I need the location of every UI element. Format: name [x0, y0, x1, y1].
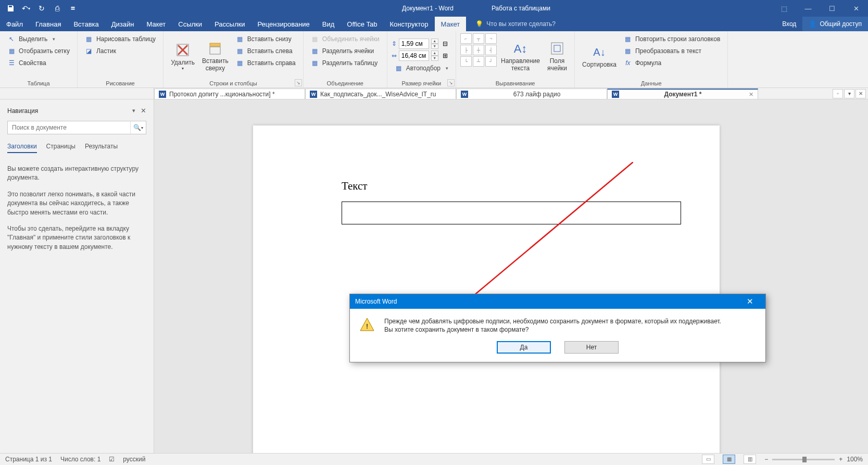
status-words[interactable]: Число слов: 1	[60, 456, 100, 463]
repeat-header-button[interactable]: ▦Повторить строки заголовков	[621, 33, 723, 45]
menu-table-design[interactable]: Конструктор	[383, 17, 434, 31]
draw-table-button[interactable]: ▦Нарисовать таблицу	[82, 33, 159, 45]
split-table-button[interactable]: ▦Разделить таблицу	[308, 57, 383, 69]
window-title: Документ1 - Word	[83, 5, 772, 12]
menu-view[interactable]: Вид	[316, 17, 341, 31]
qat-more-icon[interactable]: 〓	[66, 1, 80, 16]
menu-table-layout[interactable]: Макет	[435, 17, 467, 31]
share-button[interactable]: 👤Общий доступ	[802, 17, 868, 31]
eraser-button[interactable]: ◪Ластик	[82, 45, 159, 57]
redo-icon[interactable]: ↻	[34, 1, 49, 16]
table-cell[interactable]	[342, 202, 681, 224]
text-direction-button[interactable]: A↕Направление текста	[498, 33, 543, 79]
menu-officetab[interactable]: Office Tab	[341, 17, 383, 31]
document-text[interactable]: Текст	[342, 180, 368, 193]
save-icon[interactable]	[3, 1, 18, 16]
print-layout-icon[interactable]: ▦	[723, 455, 735, 464]
new-tab-icon[interactable]: ▫	[833, 89, 843, 98]
menu-home[interactable]: Главная	[29, 17, 67, 31]
ribbon-options-icon[interactable]: ⬚	[772, 0, 796, 17]
insert-below-button[interactable]: ▦Вставить снизу	[233, 33, 299, 45]
insert-above-button[interactable]: Вставить сверху	[199, 33, 232, 79]
no-button[interactable]: Нет	[564, 341, 619, 354]
doc-tab[interactable]: W673 лайф радио	[456, 89, 607, 99]
properties-button[interactable]: ☰Свойства	[4, 57, 73, 69]
select-button[interactable]: ↖Выделить	[4, 33, 73, 45]
convert-text-button[interactable]: ▦Преобразовать в текст	[621, 45, 723, 57]
web-layout-icon[interactable]: ▥	[744, 455, 756, 464]
align-bl[interactable]: └	[460, 56, 472, 67]
doc-tab[interactable]: WДокумент1 *✕	[607, 89, 758, 99]
tab-close-all-icon[interactable]: ✕	[856, 89, 866, 98]
dialog-titlebar[interactable]: Microsoft Word ✕	[350, 294, 765, 309]
minimize-icon[interactable]: —	[796, 0, 820, 17]
align-tr[interactable]: ¬	[485, 33, 497, 44]
nav-tab-results[interactable]: Результаты	[85, 143, 118, 153]
document-area[interactable]: Текст Microsoft Word ✕ ! Прежде чем доба…	[154, 99, 868, 453]
undo-icon[interactable]: ↶▾	[19, 1, 33, 16]
status-page[interactable]: Страница 1 из 1	[5, 456, 52, 463]
tell-me[interactable]: 💡Что вы хотите сделать?	[469, 17, 562, 31]
view-gridlines-button[interactable]: ▦Отобразить сетку	[4, 45, 73, 57]
zoom-value[interactable]: 100%	[847, 456, 863, 463]
search-input[interactable]	[8, 121, 130, 134]
cell-margins-button[interactable]: Поля ячейки	[544, 33, 570, 79]
close-icon[interactable]: ✕	[844, 0, 868, 17]
nav-menu-icon[interactable]: ▾	[132, 107, 135, 114]
zoom-slider[interactable]	[772, 459, 835, 460]
align-tc[interactable]: ┬	[473, 33, 484, 44]
dialog-launcher-icon[interactable]: ↘	[447, 79, 455, 86]
touch-mode-icon[interactable]: ⎙	[50, 1, 65, 16]
tab-close-icon[interactable]: ✕	[749, 91, 753, 98]
status-language[interactable]: русский	[123, 456, 145, 463]
insert-left-button[interactable]: ▦Вставить слева	[233, 45, 299, 57]
read-mode-icon[interactable]: ▭	[702, 455, 714, 464]
menu-file[interactable]: Файл	[0, 17, 29, 31]
svg-rect-5	[551, 43, 563, 54]
menu-references[interactable]: Ссылки	[172, 17, 208, 31]
merge-cells-button: ▦Объединить ячейки	[308, 33, 383, 45]
menu-design[interactable]: Дизайн	[105, 17, 141, 31]
split-cells-button[interactable]: ▦Разделить ячейки	[308, 45, 383, 57]
col-width-input[interactable]	[399, 51, 429, 61]
insert-right-button[interactable]: ▦Вставить справа	[233, 57, 299, 69]
doc-tab[interactable]: WПротокол допиту ...кциональности] *	[154, 89, 305, 99]
sort-button[interactable]: A↓Сортировка	[579, 33, 620, 79]
align-mc[interactable]: ┼	[473, 45, 484, 55]
sort-icon: A↓	[591, 44, 608, 60]
autofit-button[interactable]: ▦Автоподбор	[392, 62, 451, 74]
convert-label: Преобразовать в текст	[635, 47, 701, 55]
formula-button[interactable]: fxФормула	[621, 57, 723, 69]
nav-tab-pages[interactable]: Страницы	[46, 143, 76, 153]
distribute-cols-icon[interactable]: ⊞	[443, 52, 448, 59]
dialog-close-icon[interactable]: ✕	[739, 297, 760, 306]
proofing-icon[interactable]: ☑	[109, 456, 115, 463]
row-height-input[interactable]	[399, 39, 429, 49]
menu-layout[interactable]: Макет	[140, 17, 172, 31]
dialog-launcher-icon[interactable]: ↘	[295, 79, 302, 86]
menu-review[interactable]: Рецензирование	[251, 17, 316, 31]
delete-button[interactable]: Удалить▾	[168, 33, 198, 79]
maximize-icon[interactable]: ☐	[820, 0, 844, 17]
yes-button[interactable]: Да	[497, 341, 551, 354]
spinner[interactable]: ▲▼	[431, 39, 438, 49]
sign-in[interactable]: Вход	[776, 17, 802, 31]
align-ml[interactable]: ├	[460, 45, 472, 55]
zoom-out-icon[interactable]: −	[764, 456, 768, 463]
align-bc[interactable]: ┴	[473, 56, 484, 67]
svg-rect-3	[210, 47, 220, 54]
align-tl[interactable]: ⌐	[460, 33, 472, 44]
spinner[interactable]: ▲▼	[431, 51, 438, 61]
tab-menu-icon[interactable]: ▾	[844, 89, 854, 98]
nav-tab-headings[interactable]: Заголовки	[7, 143, 37, 153]
align-mr[interactable]: ┤	[485, 45, 497, 55]
search-icon[interactable]: 🔍▾	[130, 121, 146, 134]
align-br[interactable]: ┘	[485, 56, 497, 67]
zoom-in-icon[interactable]: +	[839, 456, 842, 463]
doc-tab[interactable]: WКак_подписать_док..._WiseAdvice_IT_ru	[305, 89, 456, 99]
svg-rect-6	[554, 45, 560, 52]
menu-insert[interactable]: Вставка	[67, 17, 105, 31]
nav-close-icon[interactable]: ✕	[141, 107, 146, 115]
menu-mailings[interactable]: Рассылки	[208, 17, 251, 31]
distribute-rows-icon[interactable]: ⊟	[443, 40, 448, 47]
